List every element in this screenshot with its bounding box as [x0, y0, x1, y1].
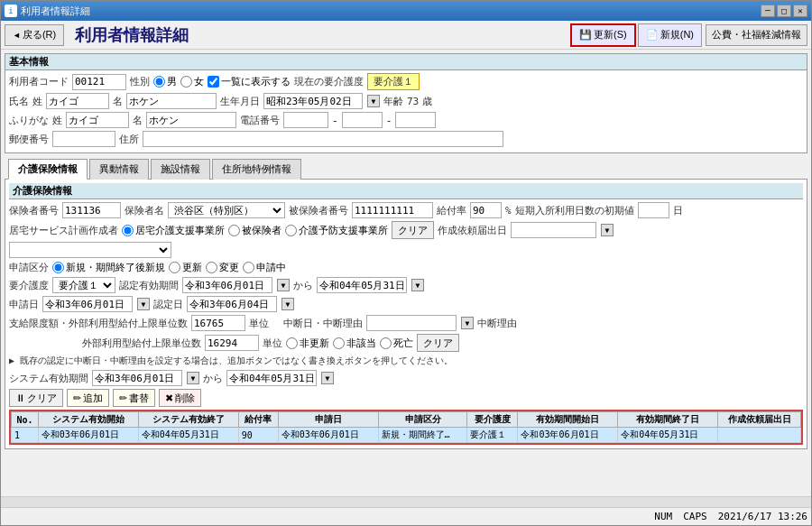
first-name-input[interactable]: [126, 93, 217, 109]
birth-date-cal-button[interactable]: ▼: [367, 95, 380, 107]
gender-male-radio[interactable]: 男: [153, 75, 177, 88]
furigana-label: ふりがな: [9, 114, 49, 127]
short-stay-label: 短期入所利用日数の初期値: [515, 204, 634, 217]
last-name-input[interactable]: [46, 93, 109, 109]
table-row[interactable]: 1 令和03年06月01日 令和04年05月31日 90 令和03年06月01日…: [12, 428, 801, 443]
effective-from-input[interactable]: [182, 277, 272, 293]
tab-insurance[interactable]: 介護保険情報: [8, 159, 88, 180]
insurance-table: No. システム有効開始 システム有効終了 給付率 申請日 申請区分 要介護度 …: [11, 411, 801, 443]
furigana-last-input[interactable]: [66, 112, 129, 128]
address-input[interactable]: [143, 131, 503, 147]
minimize-button[interactable]: ─: [761, 5, 775, 17]
decision-date-label: 認定日: [153, 298, 183, 311]
insurer-name-select[interactable]: 渋谷区（特別区）: [168, 202, 285, 218]
suspension-clear-button[interactable]: クリア: [417, 334, 459, 352]
benefit-limit-unit: 単位: [249, 317, 269, 330]
death-radio[interactable]: 死亡: [380, 337, 413, 350]
pause-button[interactable]: ⏸ クリア: [9, 389, 63, 407]
app-update-radio[interactable]: 更新: [169, 261, 202, 274]
save-button[interactable]: 💾 更新(S): [570, 23, 636, 47]
creator-insured-radio[interactable]: 被保険者: [228, 224, 281, 237]
creator-clear-button[interactable]: クリア: [392, 221, 434, 239]
creation-dep-input[interactable]: [511, 222, 596, 238]
care-level2-label: 要介護度: [9, 279, 49, 292]
system-valid-from-input[interactable]: [92, 370, 182, 386]
effective-from-cal-button[interactable]: ▼: [277, 279, 290, 291]
new-button[interactable]: 📄 新規(N): [638, 23, 702, 47]
insurer-name-label: 保険者名: [125, 204, 164, 217]
tabs: 介護保険情報 異動情報 施設情報 住所地特例情報: [5, 157, 807, 180]
creator-select[interactable]: [9, 242, 171, 258]
replace-button[interactable]: ✏ 書替: [113, 389, 155, 407]
maximize-button[interactable]: □: [777, 5, 791, 17]
creator-preventive-radio[interactable]: 介護予防支援事業所: [285, 224, 388, 237]
creation-dep-label: 作成依頼届出日: [438, 224, 507, 237]
suspension-date-input[interactable]: [366, 315, 457, 331]
decision-date-cal-button[interactable]: ▼: [281, 298, 294, 310]
decision-date-input[interactable]: [187, 296, 277, 312]
tab-address-special[interactable]: 住所地特例情報: [212, 159, 301, 180]
creator-home-radio[interactable]: 居宅介護支援事業所: [122, 224, 225, 237]
non-applicable-radio[interactable]: 非該当: [333, 337, 376, 350]
caps-indicator: CAPS: [683, 511, 707, 522]
furigana-first-label: 名: [133, 114, 143, 127]
short-stay-input[interactable]: [638, 202, 669, 218]
suspension-date-cal-button[interactable]: ▼: [461, 317, 474, 329]
user-code-label: 利用者コード: [9, 75, 69, 88]
cell-sys-start: 令和03年06月01日: [38, 428, 138, 443]
furigana-first-input[interactable]: [146, 112, 236, 128]
delete-icon: ✖: [165, 392, 173, 404]
care-level-badge: 要介護１: [367, 73, 420, 90]
rate-unit: %: [505, 205, 512, 217]
replace-icon: ✏: [119, 392, 127, 404]
basic-info-section: 基本情報 利用者コード 性別 男 女 一覧に表: [5, 53, 807, 153]
phone-input2[interactable]: [342, 112, 383, 128]
effective-to-input[interactable]: [317, 277, 407, 293]
rate-input[interactable]: [470, 202, 502, 218]
back-button[interactable]: 戻る(R): [5, 24, 64, 46]
add-button[interactable]: ✏ 追加: [67, 389, 109, 407]
app-date-input[interactable]: [42, 296, 133, 312]
system-valid-label: システム有効期間: [9, 372, 88, 385]
delete-button[interactable]: ✖ 削除: [159, 389, 201, 407]
system-valid-from-cal-button[interactable]: ▼: [187, 372, 199, 384]
benefit-limit-input[interactable]: [191, 315, 245, 331]
app-new-radio[interactable]: 新規・期間終了後新規: [52, 261, 165, 274]
app-date-cal-button[interactable]: ▼: [137, 298, 150, 310]
insurance-section-title: 介護保険情報: [9, 183, 803, 199]
system-valid-to-input[interactable]: [226, 370, 317, 386]
system-valid-to-cal-button[interactable]: ▼: [321, 372, 334, 384]
effective-to-cal-button[interactable]: ▼: [411, 279, 424, 291]
col-app-type: 申請区分: [378, 412, 467, 428]
cell-app-type: 新規・期間終了…: [378, 428, 467, 443]
insurer-no-input[interactable]: [62, 202, 121, 218]
postal-input[interactable]: [52, 131, 115, 147]
benefit-limit-label: 支給限度額・外部利用型給付上限単位数: [9, 317, 188, 330]
insured-no-input[interactable]: [352, 202, 433, 218]
last-name-label: 姓: [32, 95, 42, 108]
gender-female-radio[interactable]: 女: [180, 75, 204, 88]
app-applying-radio[interactable]: 申請中: [243, 261, 286, 274]
kohi-button[interactable]: 公費・社福軽減情報: [706, 24, 807, 46]
horizontal-scrollbar[interactable]: [1, 496, 811, 507]
external-limit-unit: 単位: [263, 337, 282, 350]
tab-facility[interactable]: 施設情報: [151, 159, 210, 180]
furigana-last-label: 姓: [52, 114, 62, 127]
app-change-radio[interactable]: 変更: [206, 261, 239, 274]
external-limit-input[interactable]: [205, 335, 259, 351]
non-renewal-radio[interactable]: 非更新: [286, 337, 329, 350]
care-level2-select[interactable]: 要介護１: [52, 277, 115, 293]
app-icon: i: [5, 5, 17, 17]
show-list-checkbox[interactable]: 一覧に表示する: [208, 75, 291, 88]
tab-idou[interactable]: 異動情報: [89, 159, 149, 180]
birth-date-input[interactable]: [263, 93, 363, 109]
app-date-label: 申請日: [9, 298, 39, 311]
col-care-level: 要介護度: [467, 412, 518, 428]
age-value: 73: [407, 96, 419, 107]
phone-input3[interactable]: [395, 112, 436, 128]
creation-dep-cal-button[interactable]: ▼: [601, 224, 614, 236]
cell-valid-end: 令和04年05月31日: [618, 428, 718, 443]
phone-input1[interactable]: [283, 112, 328, 128]
user-code-input[interactable]: [72, 74, 126, 90]
close-button[interactable]: ✕: [793, 5, 807, 17]
